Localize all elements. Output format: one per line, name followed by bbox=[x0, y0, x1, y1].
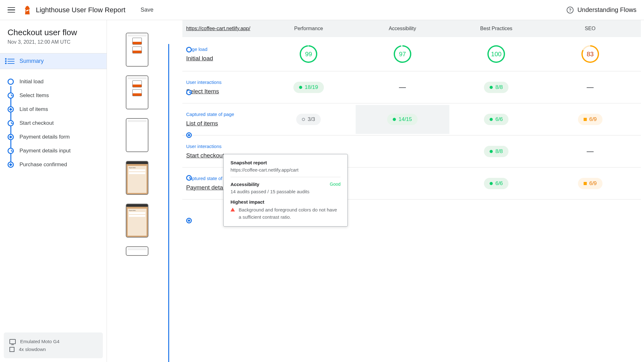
row-name-link[interactable]: Select Items bbox=[186, 88, 262, 95]
step-label: Purchase confirmed bbox=[19, 162, 67, 168]
sidebar-step[interactable]: Select Items bbox=[8, 89, 102, 102]
timeline-item[interactable] bbox=[126, 75, 176, 109]
step-label: Payment details input bbox=[19, 148, 71, 154]
timeline-item[interactable] bbox=[126, 246, 176, 256]
sidebar-step[interactable]: Start checkout bbox=[8, 116, 102, 130]
score-cell[interactable]: — bbox=[543, 147, 637, 156]
row-name-link[interactable]: List of items bbox=[186, 120, 262, 127]
summary-label: Summary bbox=[19, 58, 44, 64]
timeline-item[interactable]: Payment details bbox=[126, 161, 176, 195]
timeline-item[interactable] bbox=[126, 33, 176, 67]
score-cell[interactable]: 6/6 bbox=[449, 178, 543, 189]
sidebar-step[interactable]: Payment details input bbox=[8, 144, 102, 158]
score-cell[interactable]: — bbox=[543, 83, 637, 91]
app-title: Lighthouse User Flow Report bbox=[36, 6, 125, 14]
score-cell[interactable]: 8/8 bbox=[449, 82, 543, 93]
score-cell[interactable]: 99 bbox=[262, 45, 356, 63]
score-cell[interactable]: 8/8 bbox=[449, 146, 543, 157]
timeline-item[interactable] bbox=[126, 118, 176, 152]
timeline: Payment detailsPayment details bbox=[107, 20, 182, 362]
screenshot-thumbnail bbox=[126, 118, 148, 152]
score-cell[interactable]: 3/3 bbox=[262, 114, 356, 125]
row-type: Captured state of page bbox=[186, 112, 262, 117]
screenshot-thumbnail: Payment details bbox=[126, 204, 148, 238]
understanding-flows-link[interactable]: Understanding Flows bbox=[577, 6, 636, 14]
aperture-marker-icon bbox=[8, 106, 14, 112]
pill-score: 14/15 bbox=[387, 114, 418, 125]
throttle-label: 4x slowdown bbox=[19, 347, 46, 352]
save-button[interactable]: Save bbox=[141, 7, 153, 13]
header-url[interactable]: https://coffee-cart.netlify.app/ bbox=[186, 26, 262, 31]
sidebar-step[interactable]: Payment details form bbox=[8, 130, 102, 144]
device-label: Emulated Moto G4 bbox=[20, 339, 59, 344]
popup-category: Accessibility bbox=[230, 182, 259, 187]
sidebar-steps: Initial loadSelect ItemsList of itemsSta… bbox=[0, 75, 107, 172]
status-indicator-icon bbox=[490, 118, 493, 121]
app-header: Lighthouse User Flow Report Save ? Under… bbox=[0, 0, 644, 20]
pill-score: 6/9 bbox=[578, 178, 602, 189]
status-indicator-icon bbox=[302, 118, 305, 121]
step-label: Start checkout bbox=[19, 120, 54, 126]
score-cell[interactable]: 14/15 bbox=[356, 105, 450, 134]
status-indicator-icon bbox=[584, 118, 587, 121]
popup-rating: Good bbox=[330, 182, 341, 187]
dash-indicator: — bbox=[587, 147, 594, 156]
dash-indicator: — bbox=[399, 83, 406, 91]
score-cell[interactable]: 6/6 bbox=[449, 114, 543, 125]
sidebar-step[interactable]: List of items bbox=[8, 102, 102, 116]
aperture-marker-icon bbox=[186, 132, 192, 138]
score-cell[interactable]: 83 bbox=[543, 45, 637, 63]
help-icon[interactable]: ? bbox=[567, 7, 574, 14]
score-cell[interactable]: — bbox=[356, 83, 450, 91]
table-header: https://coffee-cart.netlify.app/ Perform… bbox=[182, 20, 641, 37]
flow-date: Nov 3, 2021, 12:00 AM UTC bbox=[0, 39, 107, 53]
sidebar-summary[interactable]: Summary bbox=[0, 53, 107, 69]
popup-title: Snapshot report bbox=[230, 160, 341, 165]
score-cell[interactable]: 100 bbox=[449, 45, 543, 63]
score-cell[interactable]: 6/9 bbox=[543, 114, 637, 125]
pill-score: 3/3 bbox=[296, 114, 321, 125]
status-indicator-icon bbox=[490, 182, 493, 185]
sidebar-step[interactable]: Initial load bbox=[8, 75, 102, 89]
sidebar: Checkout user flow Nov 3, 2021, 12:00 AM… bbox=[0, 20, 107, 362]
status-indicator-icon bbox=[490, 86, 493, 89]
col-seo: SEO bbox=[543, 26, 637, 31]
pill-score: 6/9 bbox=[578, 114, 602, 125]
device-info: Emulated Moto G4 4x slowdown bbox=[4, 332, 103, 358]
step-label: Select Items bbox=[19, 92, 49, 99]
pill-score: 8/8 bbox=[484, 146, 508, 157]
popup-impact-title: Highest impact bbox=[230, 199, 341, 205]
score-cell[interactable]: 97 bbox=[356, 45, 450, 63]
gauge-score: 99 bbox=[300, 45, 317, 63]
timeline-item[interactable]: Payment details bbox=[126, 204, 176, 238]
result-row: User interactionsSelect Items18/19—8/8— bbox=[182, 71, 641, 103]
popup-url: https://coffee-cart.netlify.app/cart bbox=[230, 167, 341, 177]
screenshot-thumbnail bbox=[126, 246, 148, 256]
menu-icon[interactable] bbox=[8, 6, 15, 14]
hover-popup: Snapshot report https://coffee-cart.netl… bbox=[223, 154, 348, 227]
pill-score: 18/19 bbox=[293, 82, 324, 93]
circle-marker-icon bbox=[8, 79, 14, 85]
list-icon bbox=[8, 59, 14, 64]
result-row: Captured state of pageList of items3/314… bbox=[182, 103, 641, 135]
gauge-score: 97 bbox=[394, 45, 411, 63]
result-row: Page loadInitial load999710083 bbox=[182, 37, 641, 71]
row-type: Page load bbox=[186, 47, 262, 52]
score-cell[interactable]: 18/19 bbox=[262, 82, 356, 93]
step-label: Payment details form bbox=[19, 134, 70, 140]
status-indicator-icon bbox=[584, 182, 587, 185]
col-best-practices: Best Practices bbox=[449, 26, 543, 31]
aperture-marker-icon bbox=[8, 162, 14, 168]
device-icon bbox=[9, 339, 16, 344]
sidebar-step[interactable]: Purchase confirmed bbox=[8, 158, 102, 172]
aperture-marker-icon bbox=[186, 218, 192, 223]
step-label: Initial load bbox=[19, 79, 44, 85]
flow-title: Checkout user flow bbox=[0, 28, 107, 39]
clock-marker-icon bbox=[8, 92, 14, 99]
score-cell[interactable]: 6/9 bbox=[543, 178, 637, 189]
lighthouse-logo-icon bbox=[24, 6, 31, 14]
dash-indicator: — bbox=[587, 83, 594, 91]
row-name-link[interactable]: Initial load bbox=[186, 55, 262, 62]
col-accessibility: Accessibility bbox=[356, 26, 450, 31]
aperture-marker-icon bbox=[8, 134, 14, 140]
